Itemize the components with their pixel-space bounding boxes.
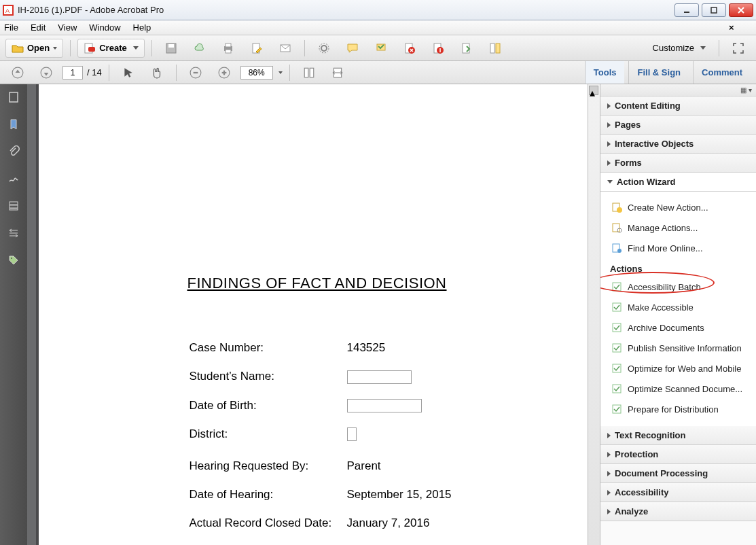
- open-button[interactable]: Open: [5, 39, 63, 58]
- student-name-input[interactable]: [347, 370, 412, 384]
- section-protection[interactable]: Protection: [600, 445, 756, 464]
- zoom-input[interactable]: [240, 66, 273, 80]
- pdf-page: FINDINGS OF FACT AND DECISION Case Numbe…: [39, 84, 589, 545]
- section-content-editing[interactable]: Content Editing: [600, 96, 756, 116]
- organize-button[interactable]: [483, 39, 507, 58]
- tags-button[interactable]: [5, 251, 22, 269]
- customize-button[interactable]: Customize: [647, 39, 712, 58]
- window-titlebar: A IH-2016 (1).PDF - Adobe Acrobat Pro: [0, 0, 756, 20]
- svg-rect-12: [226, 43, 231, 47]
- section-forms[interactable]: Forms: [600, 154, 756, 173]
- menu-file[interactable]: File: [4, 22, 18, 33]
- layers-button[interactable]: [5, 197, 22, 215]
- fullscreen-button[interactable]: [726, 39, 751, 58]
- field-label: Hearing Requested By:: [190, 453, 346, 480]
- insert-page-icon: [432, 42, 444, 54]
- email-button[interactable]: [273, 39, 298, 58]
- task-pane-header[interactable]: ▦ ▾: [600, 84, 756, 96]
- signatures-button[interactable]: [5, 170, 22, 188]
- zoom-in-button[interactable]: [212, 63, 236, 82]
- tab-fill-sign[interactable]: Fill & Sign: [628, 61, 689, 84]
- field-value: Tanya Hobson Williams, Esq.: [347, 538, 497, 545]
- settings-button[interactable]: [312, 39, 336, 58]
- stamp-button[interactable]: [369, 39, 393, 58]
- fullscreen-icon: [732, 42, 744, 54]
- field-value: Parent: [347, 453, 497, 480]
- order-button[interactable]: [5, 224, 22, 242]
- export-page-button[interactable]: [454, 39, 479, 58]
- attachments-button[interactable]: [5, 143, 22, 160]
- create-new-action[interactable]: Create New Action...: [600, 197, 756, 217]
- create-button[interactable]: Create: [77, 39, 144, 58]
- district-input[interactable]: [347, 427, 357, 441]
- action-optimize-web[interactable]: Optimize for Web and Mobile: [600, 358, 756, 379]
- fit-page-icon: [303, 67, 315, 79]
- document-close-button[interactable]: ×: [729, 22, 740, 33]
- window-maximize-button[interactable]: [702, 3, 726, 17]
- action-make-accessible[interactable]: Make Accessible: [600, 297, 756, 317]
- comment-tool-button[interactable]: [340, 39, 365, 58]
- task-pane: ▦ ▾ Content Editing Pages Interactive Ob…: [600, 84, 756, 545]
- page-number-input[interactable]: [62, 66, 83, 80]
- section-action-wizard[interactable]: Action Wizard: [600, 173, 756, 192]
- action-optimize-scanned[interactable]: Optimize Scanned Docume...: [600, 379, 756, 399]
- action-archive-documents[interactable]: Archive Documents: [600, 317, 756, 338]
- svg-rect-37: [310, 68, 314, 77]
- edit-doc-button[interactable]: [245, 39, 269, 58]
- scroll-up-button[interactable]: ▴: [589, 86, 598, 95]
- save-button[interactable]: [159, 39, 183, 58]
- stamp-icon: [375, 42, 387, 54]
- insert-page-button[interactable]: [426, 39, 450, 58]
- navigation-pane: [0, 84, 27, 545]
- document-area[interactable]: FINDINGS OF FACT AND DECISION Case Numbe…: [27, 84, 600, 545]
- vertical-scrollbar[interactable]: ▴: [588, 84, 600, 545]
- manage-actions[interactable]: Manage Actions...: [600, 217, 756, 238]
- section-text-recognition[interactable]: Text Recognition: [600, 426, 756, 445]
- caret-down-icon: [133, 46, 139, 50]
- window-close-button[interactable]: [729, 3, 753, 17]
- menu-view[interactable]: View: [58, 22, 77, 33]
- action-prepare-distribution[interactable]: Prepare for Distribution: [600, 399, 756, 419]
- menu-edit[interactable]: Edit: [31, 22, 46, 33]
- select-tool-button[interactable]: [116, 63, 141, 82]
- field-label: Hearing Officer:: [190, 538, 346, 545]
- section-interactive-objects[interactable]: Interactive Objects: [600, 135, 756, 154]
- action-item-icon: [611, 281, 622, 292]
- print-button[interactable]: [216, 39, 240, 58]
- customize-label: Customize: [653, 43, 694, 53]
- caret-down-icon: [700, 46, 706, 50]
- svg-rect-8: [88, 47, 95, 52]
- page-down-button[interactable]: [34, 63, 58, 82]
- section-pages[interactable]: Pages: [600, 116, 756, 135]
- hand-tool-button[interactable]: [145, 63, 169, 82]
- menu-help[interactable]: Help: [133, 22, 151, 33]
- section-analyze[interactable]: Analyze: [600, 502, 756, 521]
- caret-down-icon[interactable]: [278, 71, 283, 74]
- fit-page-button[interactable]: [297, 63, 321, 82]
- dob-input[interactable]: [347, 399, 422, 412]
- toolbar-secondary: / 14 Tools Fill & Sign Comment: [0, 61, 756, 84]
- action-publish-sensitive[interactable]: Publish Sensitive Information: [600, 338, 756, 358]
- delete-page-button[interactable]: [397, 39, 422, 58]
- action-accessibility-batch[interactable]: Accessibility Batch: [600, 277, 756, 297]
- svg-rect-55: [613, 385, 621, 393]
- tab-tools[interactable]: Tools: [585, 61, 625, 84]
- menu-window[interactable]: Window: [89, 22, 120, 33]
- page-up-button[interactable]: [5, 63, 30, 82]
- find-more-online[interactable]: Find More Online...: [600, 238, 756, 258]
- svg-rect-39: [10, 92, 18, 102]
- thumbnails-button[interactable]: [5, 88, 22, 106]
- fit-width-button[interactable]: [325, 63, 350, 82]
- svg-point-45: [617, 207, 622, 213]
- action-item-icon: [611, 322, 622, 333]
- section-document-processing[interactable]: Document Processing: [600, 464, 756, 483]
- svg-rect-42: [10, 209, 18, 210]
- svg-point-16: [321, 46, 327, 51]
- action-item-icon: [611, 302, 622, 313]
- bookmarks-button[interactable]: [5, 116, 22, 133]
- cloud-button[interactable]: [187, 39, 212, 58]
- section-accessibility[interactable]: Accessibility: [600, 483, 756, 502]
- window-minimize-button[interactable]: [674, 3, 699, 17]
- tab-comment[interactable]: Comment: [693, 61, 751, 84]
- zoom-out-button[interactable]: [183, 63, 208, 82]
